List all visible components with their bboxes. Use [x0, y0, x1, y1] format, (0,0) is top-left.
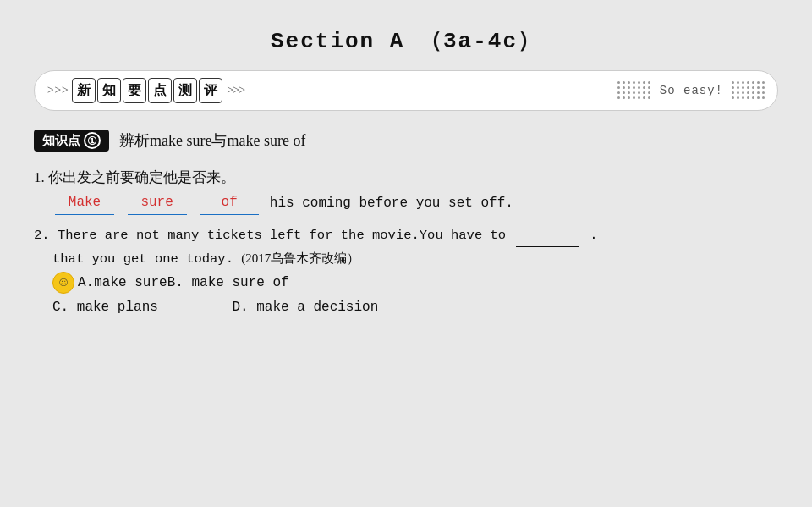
q2-choices: ☺ A. make sure B. make sure of: [34, 271, 778, 295]
smiley-icon: ☺: [52, 272, 74, 294]
content-area: 1. 你出发之前要确定他是否来。 Make sure of his coming…: [34, 165, 778, 328]
choice-d: D. make a decision: [184, 295, 378, 320]
q1-chinese: 1. 你出发之前要确定他是否来。: [34, 165, 778, 191]
choice-a: ☺ A. make sure: [52, 271, 167, 295]
q2-text1: There are not many tickets left for the …: [58, 228, 514, 243]
page-container: Section A （3a-4c） >>> 新 知 要 点 测 评 >>> So…: [0, 0, 812, 507]
choice-a-label: A.: [78, 271, 94, 295]
banner-dots-left: [617, 81, 651, 100]
knowledge-badge-text: 知识点: [42, 133, 80, 149]
q2-line2: that you get one today. (2017乌鲁木齐改编）: [34, 247, 778, 271]
choice-b-text: make sure of: [191, 275, 288, 290]
choice-b-label: B.: [167, 275, 184, 290]
choice-c-label: C.: [52, 300, 69, 315]
banner-char-3: 要: [123, 78, 146, 103]
banner-right: So easy!: [617, 81, 765, 100]
knowledge-badge-number: ①: [84, 132, 101, 149]
banner-dots-right: [732, 81, 765, 100]
q1-blank2: sure: [128, 191, 187, 215]
q2-period: .: [590, 228, 597, 243]
section-title: Section A （3a-4c）: [271, 25, 541, 55]
q1-number: 1.: [34, 169, 45, 185]
q2-line1: 2. There are not many tickets left for t…: [34, 223, 778, 247]
choice-a-text: make sure: [94, 271, 167, 295]
banner-char-6: 评: [199, 78, 222, 103]
q2-source: (2017乌鲁木齐改编）: [241, 251, 359, 265]
q2-blank: [516, 223, 579, 247]
banner-char-2: 知: [97, 78, 121, 103]
q1-english: Make sure of his coming before you set o…: [34, 191, 778, 215]
choice-b: B. make sure of: [167, 271, 289, 295]
knowledge-header: 知识点 ① 辨析make sure与make sure of: [34, 130, 778, 152]
banner: >>> 新 知 要 点 测 评 >>> So easy!: [34, 70, 778, 111]
q1-rest: his coming before you set off.: [270, 196, 513, 211]
choice-d-text: make a decision: [256, 300, 378, 315]
banner-so-easy-label: So easy!: [660, 84, 723, 97]
q2-text2: that you get one today.: [52, 251, 233, 267]
choice-c: C. make plans: [52, 295, 158, 320]
q2-choices-cd: C. make plans D. make a decision: [34, 295, 778, 320]
banner-title-box: 新 知 要 点 测 评: [71, 78, 223, 103]
banner-char-5: 测: [173, 78, 197, 103]
question-2: 2. There are not many tickets left for t…: [34, 223, 778, 320]
banner-arrows-left: >>>: [47, 84, 68, 97]
choice-c-text: make plans: [77, 300, 158, 315]
banner-arrows-right: >>>: [227, 84, 244, 97]
knowledge-title: 辨析make sure与make sure of: [119, 130, 305, 151]
question-1: 1. 你出发之前要确定他是否来。 Make sure of his coming…: [34, 165, 778, 215]
knowledge-badge: 知识点 ①: [34, 130, 109, 152]
banner-char-1: 新: [72, 78, 96, 103]
q1-blank1: Make: [55, 191, 114, 215]
q2-number: 2.: [34, 228, 50, 243]
banner-left: >>> 新 知 要 点 测 评 >>>: [47, 78, 244, 103]
choice-d-label: D.: [232, 300, 248, 315]
banner-char-4: 点: [148, 78, 172, 103]
q1-chinese-text: 你出发之前要确定他是否来。: [48, 169, 235, 185]
q1-blank3: of: [200, 191, 259, 215]
